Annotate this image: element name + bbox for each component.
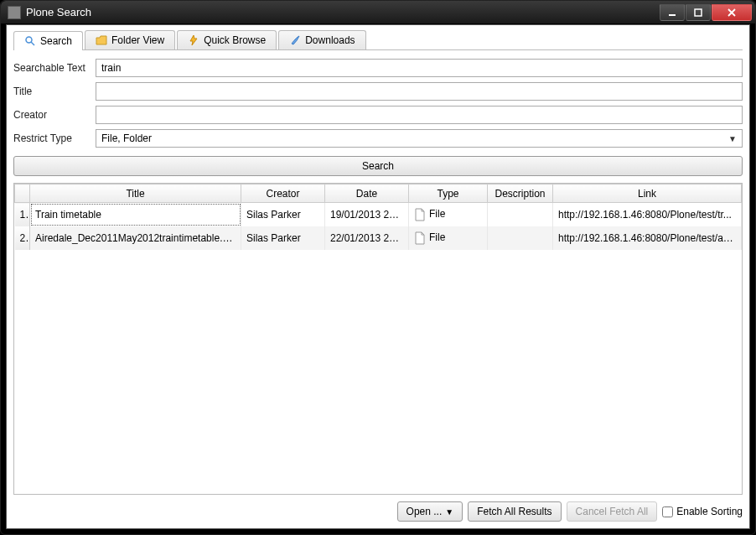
fetch-all-label: Fetch All Results bbox=[477, 506, 551, 517]
restrict-type-value: File, Folder bbox=[101, 132, 152, 144]
tab-label: Downloads bbox=[305, 34, 355, 46]
row-number: 2 bbox=[15, 226, 30, 250]
col-creator[interactable]: Creator bbox=[241, 184, 325, 203]
cancel-fetch-label: Cancel Fetch All bbox=[576, 506, 649, 517]
cell-type: File bbox=[409, 203, 488, 226]
footer-bar: Open ... ▼ Fetch All Results Cancel Fetc… bbox=[13, 501, 743, 522]
col-title[interactable]: Title bbox=[30, 184, 241, 203]
close-icon bbox=[727, 8, 737, 17]
client-area: Search Folder View Quick Browse Download… bbox=[6, 24, 750, 529]
searchable-text-input[interactable] bbox=[96, 59, 743, 77]
cell-creator: Silas Parker bbox=[241, 203, 325, 226]
cell-title: Train timetable bbox=[30, 203, 241, 226]
app-icon bbox=[8, 6, 21, 19]
svg-line-3 bbox=[31, 42, 34, 45]
search-form: Searchable Text Title Creator Restrict T… bbox=[13, 59, 743, 148]
open-button-label: Open ... bbox=[406, 506, 443, 517]
cell-type: File bbox=[409, 226, 488, 250]
restrict-type-combo[interactable]: File, Folder ▼ bbox=[96, 129, 743, 148]
tab-label: Folder View bbox=[111, 34, 164, 46]
search-button-label: Search bbox=[362, 160, 394, 172]
label-title: Title bbox=[13, 86, 91, 97]
search-icon bbox=[24, 35, 36, 47]
col-rownum[interactable] bbox=[15, 184, 30, 203]
label-restrict-type: Restrict Type bbox=[13, 132, 91, 144]
chevron-down-icon: ▼ bbox=[728, 134, 737, 143]
window-title: Plone Search bbox=[26, 6, 659, 18]
row-number: 1 bbox=[15, 203, 30, 226]
cell-date: 19/01/2013 20:0... bbox=[325, 203, 409, 226]
results-table: Title Creator Date Type Description Link… bbox=[14, 184, 742, 250]
fetch-all-button[interactable]: Fetch All Results bbox=[468, 501, 561, 522]
label-creator: Creator bbox=[13, 109, 91, 121]
close-button[interactable] bbox=[712, 4, 752, 21]
maximize-button[interactable] bbox=[686, 4, 711, 21]
tab-downloads[interactable]: Downloads bbox=[278, 30, 365, 49]
col-type[interactable]: Type bbox=[409, 184, 488, 203]
title-input[interactable] bbox=[96, 82, 743, 101]
file-icon bbox=[414, 231, 426, 245]
app-window: Plone Search Search bbox=[0, 0, 756, 535]
svg-point-2 bbox=[26, 37, 32, 43]
col-link[interactable]: Link bbox=[553, 184, 742, 203]
cell-link: http://192.168.1.46:8080/Plone/test/tr..… bbox=[553, 203, 742, 226]
label-searchable-text: Searchable Text bbox=[13, 62, 91, 74]
enable-sorting-input[interactable] bbox=[662, 506, 673, 517]
search-button[interactable]: Search bbox=[13, 156, 743, 176]
table-row[interactable]: 1 Train timetable Silas Parker 19/01/201… bbox=[15, 203, 742, 226]
lightning-icon bbox=[188, 34, 199, 46]
folder-icon bbox=[96, 34, 107, 46]
svg-rect-1 bbox=[695, 9, 702, 16]
cell-link: http://192.168.1.46:8080/Plone/test/aa..… bbox=[553, 226, 742, 250]
open-button[interactable]: Open ... ▼ bbox=[397, 501, 463, 522]
chevron-down-icon: ▼ bbox=[445, 507, 453, 517]
cell-description bbox=[488, 203, 553, 226]
table-header-row: Title Creator Date Type Description Link bbox=[15, 184, 742, 203]
tab-folder-view[interactable]: Folder View bbox=[85, 30, 175, 49]
enable-sorting-checkbox[interactable]: Enable Sorting bbox=[662, 506, 743, 517]
tab-label: Search bbox=[40, 35, 72, 47]
file-icon bbox=[414, 208, 426, 221]
tab-quick-browse[interactable]: Quick Browse bbox=[177, 30, 277, 49]
cancel-fetch-button: Cancel Fetch All bbox=[567, 501, 658, 522]
cell-creator: Silas Parker bbox=[241, 226, 325, 250]
enable-sorting-label: Enable Sorting bbox=[676, 506, 743, 517]
feather-icon bbox=[289, 34, 301, 46]
tab-strip: Search Folder View Quick Browse Download… bbox=[13, 30, 743, 50]
tab-search[interactable]: Search bbox=[13, 31, 83, 50]
tab-label: Quick Browse bbox=[204, 34, 266, 46]
cell-title: Airedale_Dec2011May2012traintimetable.pd… bbox=[30, 226, 241, 250]
minimize-icon bbox=[668, 8, 676, 17]
svg-rect-0 bbox=[669, 14, 676, 16]
creator-input[interactable] bbox=[96, 106, 743, 124]
cell-description bbox=[488, 226, 553, 250]
minimize-button[interactable] bbox=[660, 4, 685, 21]
table-row[interactable]: 2 Airedale_Dec2011May2012traintimetable.… bbox=[15, 226, 742, 250]
cell-date: 22/01/2013 23:5... bbox=[325, 226, 409, 250]
col-description[interactable]: Description bbox=[488, 184, 553, 203]
col-date[interactable]: Date bbox=[325, 184, 409, 203]
results-table-wrap: Title Creator Date Type Description Link… bbox=[13, 183, 743, 495]
titlebar[interactable]: Plone Search bbox=[1, 1, 755, 24]
maximize-icon bbox=[694, 8, 702, 17]
window-controls bbox=[659, 4, 752, 21]
